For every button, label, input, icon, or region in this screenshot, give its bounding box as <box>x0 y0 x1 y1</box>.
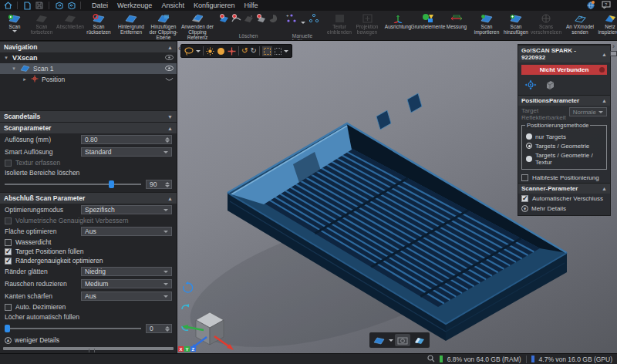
scan-ruecksetzen-button[interactable]: Scan rücksetzen <box>85 12 113 35</box>
texture-checkbox[interactable] <box>5 160 12 167</box>
smooth-edges-dropdown[interactable]: Niedrig <box>81 267 172 276</box>
slider-handle[interactable] <box>5 325 10 332</box>
connect-status-button[interactable]: Nicht Verbunden <box>521 65 607 75</box>
surface-dropdown[interactable]: Aus <box>81 227 172 236</box>
panel-layout-icon[interactable] <box>610 51 617 56</box>
scan-button[interactable]: Scan <box>2 12 28 35</box>
smart-resolution-dropdown[interactable]: Standard <box>81 147 172 157</box>
scan-importieren-button[interactable]: Scan importieren <box>472 12 501 35</box>
scanparameter-header[interactable]: Scanparameter▲ <box>0 122 177 133</box>
isolated-slider[interactable] <box>5 180 141 189</box>
an-vxmodel-senden-button[interactable]: An VXmodel senden <box>565 12 595 35</box>
brightness-icon[interactable] <box>206 47 214 56</box>
holes-spinbox[interactable]: 0 <box>146 324 172 333</box>
sharpen-edges-dropdown[interactable]: Aus <box>81 292 172 301</box>
mesh-model-icon[interactable] <box>545 80 555 92</box>
more-details-link[interactable]: ▾Mehr Details <box>518 204 610 215</box>
show-targets-alt-icon[interactable] <box>275 48 282 55</box>
delete-selection-button[interactable] <box>217 12 230 33</box>
radio-targets-geometrie[interactable]: Targets / Geometrie <box>524 141 604 150</box>
scanner-parameter-header[interactable]: Scanner-Parameter▲ <box>518 183 610 194</box>
spinner-arrows[interactable] <box>165 326 170 332</box>
mesh-display-button[interactable] <box>372 334 387 346</box>
resolution-spinbox[interactable]: 0.80 <box>81 135 172 144</box>
visibility-eye-icon[interactable] <box>165 54 174 62</box>
visibility-arc-icon[interactable] <box>165 76 174 83</box>
fill-targets-checkbox[interactable] <box>5 248 12 255</box>
import-icon[interactable] <box>54 2 63 10</box>
tree-item-vxscan[interactable]: ▾ VXscan <box>0 52 177 63</box>
visibility-eye-icon[interactable] <box>165 65 174 72</box>
clipping-referenz-button[interactable]: Anwenden der Clipping Referenz <box>180 12 214 40</box>
chevron-expanded-icon[interactable]: ▾ <box>3 55 9 61</box>
menu-ansicht[interactable]: Ansicht <box>161 2 184 9</box>
watertight-checkbox[interactable] <box>5 239 12 246</box>
increase-resolution-button[interactable]: + <box>282 12 301 33</box>
slider-handle[interactable] <box>109 180 114 188</box>
menu-werkzeuge[interactable]: Werkzeuge <box>117 2 152 9</box>
delete-targets-button[interactable] <box>255 12 267 33</box>
messung-button[interactable]: Messung <box>444 12 469 33</box>
home-icon[interactable] <box>3 2 12 10</box>
lasso-select-icon[interactable] <box>184 47 194 56</box>
chevron-down-icon[interactable] <box>389 339 393 342</box>
camera-view-button[interactable] <box>395 334 410 346</box>
new-session-icon[interactable] <box>22 2 32 10</box>
feedback-icon[interactable]: ? <box>602 0 611 12</box>
positions-parameter-header[interactable]: PositionsParameter▲ <box>518 95 610 106</box>
exposure-circle-icon[interactable] <box>217 47 225 56</box>
radio-nur-targets[interactable]: nur Targets <box>524 132 604 141</box>
viewport-3d[interactable]: ‹ <box>177 41 617 353</box>
tree-item-position[interactable]: ▸ Position <box>0 74 177 85</box>
auto-decimate-checkbox[interactable] <box>5 304 12 311</box>
tree-item-scan1[interactable]: ▾ Scan 1 <box>0 63 177 74</box>
scanner-header[interactable]: Go!SCAN SPARK - 9220932▲ <box>518 45 610 62</box>
navigation-header[interactable]: Navigation▲ <box>0 41 177 52</box>
rotate-left-icon[interactable]: ↺ <box>241 47 248 55</box>
rotate-right-icon[interactable]: ↻ <box>250 47 256 55</box>
radio-targets-geometrie-textur[interactable]: Targets / Geometrie / Textur <box>524 150 604 167</box>
less-details-link[interactable]: ▴weniger Details <box>0 335 177 345</box>
chevron-collapsed-icon[interactable]: ▸ <box>22 76 28 83</box>
ausrichtung-button[interactable]: Ausrichtung <box>384 12 412 33</box>
orientation-gizmo[interactable]: X Y Z <box>177 281 247 353</box>
chevron-expanded-icon[interactable]: ▾ <box>11 66 17 72</box>
connection-globe-icon[interactable] <box>586 0 595 12</box>
semi-rigid-checkbox[interactable] <box>521 174 528 181</box>
delete-boundary-button[interactable] <box>230 12 242 33</box>
chevron-down-icon[interactable] <box>196 50 201 52</box>
menu-datei[interactable]: Datei <box>92 2 108 9</box>
edge-accuracy-checkbox[interactable] <box>5 258 12 265</box>
auto-shutter-checkbox[interactable] <box>521 195 528 202</box>
spinner-arrows[interactable] <box>165 137 170 143</box>
menu-konfigurieren[interactable]: Konfigurieren <box>194 2 235 9</box>
radio-icon[interactable] <box>526 156 532 162</box>
netz-inspizieren-button[interactable]: Netz inspizieren <box>595 12 617 35</box>
abschluss-header[interactable]: Abschluß Scan Parameter▲ <box>0 192 177 204</box>
scan-hinzufuegen-button[interactable]: Scan hinzufügen <box>501 12 531 35</box>
horizontal-scrollbar[interactable] <box>3 347 174 350</box>
expand-panel-right-icon[interactable]: › <box>612 43 615 49</box>
save-icon[interactable] <box>35 2 44 10</box>
optimization-dropdown[interactable]: Spezifisch <box>81 205 172 214</box>
reset-resolution-button[interactable] <box>305 12 322 33</box>
radio-icon[interactable] <box>526 133 532 140</box>
volumetric-checkbox[interactable] <box>5 217 12 224</box>
reduce-noise-dropdown[interactable]: Medium <box>81 279 172 288</box>
clipping-ebene-button[interactable]: Hinzufügen der Clipping-Ebene <box>147 12 180 40</box>
export-icon[interactable] <box>66 2 76 10</box>
chevron-down-icon[interactable] <box>284 50 288 52</box>
show-targets-icon[interactable] <box>262 46 272 56</box>
scandetails-header[interactable]: Scandetails▼ <box>0 110 177 122</box>
holes-slider[interactable] <box>5 324 141 333</box>
radio-selected-icon[interactable] <box>526 143 532 149</box>
surface-display-button[interactable] <box>412 334 427 346</box>
magnifier-icon[interactable] <box>427 355 435 364</box>
grundelemente-button[interactable]: Grundelemente <box>412 12 444 33</box>
menu-hilfe[interactable]: Hilfe <box>244 2 258 9</box>
isolated-spinbox[interactable]: 90 <box>146 180 172 189</box>
spinner-arrows[interactable] <box>165 182 170 187</box>
hintergrund-entfernen-button[interactable]: Hintergrund Entfernen <box>116 12 147 40</box>
target-crosshair-icon[interactable] <box>228 47 236 56</box>
positioning-target-icon[interactable] <box>524 79 537 92</box>
